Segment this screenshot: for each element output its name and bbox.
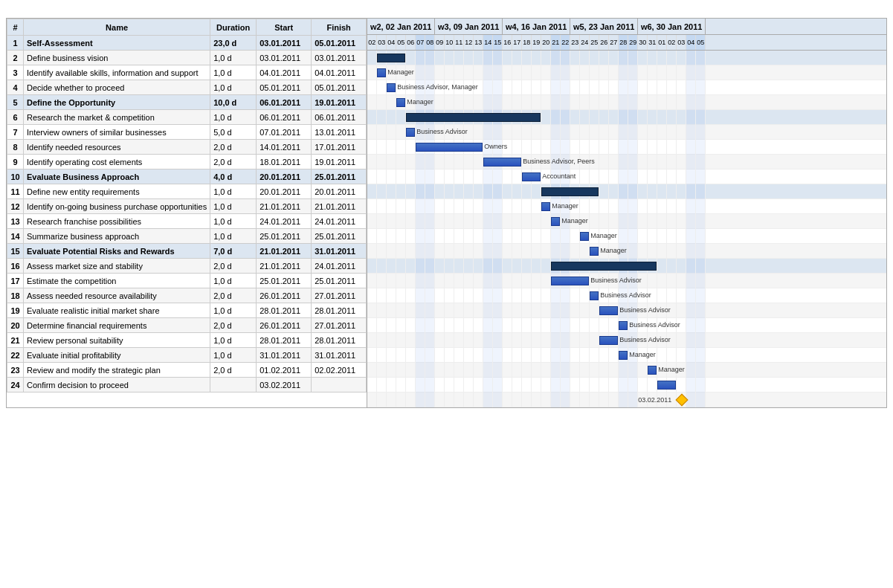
table-row: 1Self-Assessment23,0 d03.01.201105.01.20…: [7, 36, 367, 51]
main-container: # Name Duration Start Finish 1Self-Asses…: [6, 18, 887, 408]
table-row: 9Identify operating cost elements2,0 d18…: [7, 155, 367, 169]
gantt-day-label: 01: [657, 35, 667, 50]
gantt-row: [367, 333, 886, 348]
table-row: 16Assess market size and stability2,0 d2…: [7, 259, 367, 274]
gantt-weeks-row: w2, 02 Jan 2011w3, 09 Jan 2011w4, 16 Jan…: [367, 19, 886, 35]
gantt-row: [367, 184, 886, 199]
gantt-row: [367, 392, 886, 407]
gantt-day-label: 10: [445, 35, 454, 50]
gantt-week-label: w3, 09 Jan 2011: [435, 19, 503, 34]
table-row: 14Summarize business approach1,0 d25.01.…: [7, 229, 367, 244]
gantt-row: [367, 259, 886, 274]
gantt-day-label: 28: [619, 35, 628, 50]
table-row: 7Interview owners of similar businesses5…: [7, 125, 367, 140]
gantt-day-label: 18: [522, 35, 532, 50]
gantt-day-label: 19: [532, 35, 541, 50]
gantt-day-label: 07: [416, 35, 425, 50]
gantt-week-label: w5, 23 Jan 2011: [570, 19, 638, 34]
gantt-day-label: 23: [570, 35, 580, 50]
page-title: [0, 0, 893, 18]
gantt-row: [367, 274, 886, 288]
table-row: 6Research the market & competition1,0 d0…: [7, 110, 367, 125]
gantt-day-label: 17: [512, 35, 522, 50]
table-row: 17Estimate the competition1,0 d25.01.201…: [7, 274, 367, 288]
gantt-day-label: 02: [667, 35, 677, 50]
gantt-day-label: 27: [609, 35, 619, 50]
table-row: 2Define business vision1,0 d03.01.201103…: [7, 51, 367, 65]
table-row: 18Assess needed resource availability2,0…: [7, 288, 367, 303]
gantt-day-label: 09: [435, 35, 445, 50]
gantt-row: [367, 288, 886, 303]
gantt-day-label: 29: [628, 35, 638, 50]
table-row: 24Confirm decision to proceed03.02.2011: [7, 378, 367, 392]
table-row: 20Determine financial requirements2,0 d2…: [7, 318, 367, 333]
gantt-row: [367, 303, 886, 318]
gantt-day-label: 08: [425, 35, 435, 50]
gantt-day-label: 20: [541, 35, 551, 50]
gantt-day-label: 04: [387, 35, 396, 50]
gantt-day-label: 06: [406, 35, 416, 50]
left-table: # Name Duration Start Finish 1Self-Asses…: [7, 19, 367, 407]
gantt-header: w2, 02 Jan 2011w3, 09 Jan 2011w4, 16 Jan…: [367, 19, 886, 51]
table-row: 23Review and modify the strategic plan2,…: [7, 363, 367, 378]
table-row: 3Identify available skills, information …: [7, 65, 367, 80]
table-row: 10Evaluate Business Approach4,0 d20.01.2…: [7, 169, 367, 184]
gantt-row: [367, 318, 886, 333]
table-row: 21Review personal suitability1,0 d28.01.…: [7, 333, 367, 348]
gantt-day-label: 04: [686, 35, 696, 50]
gantt-week-label: w2, 02 Jan 2011: [367, 19, 435, 34]
gantt-week-label: w4, 16 Jan 2011: [503, 19, 570, 34]
gantt-day-label: 31: [648, 35, 657, 50]
col-header-start: Start: [257, 19, 312, 36]
gantt-day-label: 02: [367, 35, 377, 50]
col-header-duration: Duration: [210, 19, 257, 36]
gantt-row: [367, 140, 886, 155]
gantt-day-label: 11: [454, 35, 464, 50]
table-row: 13Research franchise possibilities1,0 d2…: [7, 214, 367, 229]
gantt-day-label: 13: [474, 35, 483, 50]
table-row: 19Evaluate realistic initial market shar…: [7, 303, 367, 318]
gantt-days-row: 0203040506070809101112131415161718192021…: [367, 35, 886, 50]
gantt-day-label: 05: [396, 35, 406, 50]
gantt-day-label: 03: [677, 35, 686, 50]
table-row: 8Identify needed resources2,0 d14.01.201…: [7, 140, 367, 155]
gantt-week-label: w6, 30 Jan 2011: [638, 19, 706, 34]
gantt-day-label: 24: [580, 35, 590, 50]
col-header-finish: Finish: [312, 19, 367, 36]
gantt-row: [367, 199, 886, 214]
gantt-day-label: 30: [638, 35, 648, 50]
gantt-row: [367, 169, 886, 184]
table-row: 11Define new entity requirements1,0 d20.…: [7, 184, 367, 199]
gantt-row: [367, 155, 886, 169]
col-header-name: Name: [24, 19, 210, 36]
gantt-day-label: 14: [483, 35, 493, 50]
gantt-day-label: 16: [503, 35, 512, 50]
table-row: 22Evaluate initial profitability1,0 d31.…: [7, 348, 367, 363]
gantt-chart: w2, 02 Jan 2011w3, 09 Jan 2011w4, 16 Jan…: [367, 19, 886, 407]
gantt-day-label: 25: [590, 35, 599, 50]
gantt-row: [367, 51, 886, 65]
table-row: 5Define the Opportunity10,0 d06.01.20111…: [7, 95, 367, 110]
gantt-day-label: 21: [551, 35, 561, 50]
table-header-row: # Name Duration Start Finish: [7, 19, 367, 36]
gantt-row: [367, 363, 886, 378]
gantt-row: [367, 378, 886, 392]
gantt-row: [367, 95, 886, 110]
gantt-row: [367, 80, 886, 95]
table-row: 4Decide whether to proceed1,0 d05.01.201…: [7, 80, 367, 95]
gantt-row: [367, 244, 886, 259]
gantt-row: [367, 229, 886, 244]
gantt-day-label: 03: [377, 35, 387, 50]
gantt-row: [367, 125, 886, 140]
table-row: 12Identify on-going business purchase op…: [7, 199, 367, 214]
gantt-day-label: 15: [493, 35, 503, 50]
gantt-row: [367, 110, 886, 125]
gantt-day-label: 26: [599, 35, 609, 50]
gantt-day-label: 22: [561, 35, 570, 50]
table-row: 15Evaluate Potential Risks and Rewards7,…: [7, 244, 367, 259]
gantt-day-label: 12: [464, 35, 474, 50]
gantt-row: [367, 214, 886, 229]
gantt-row: [367, 65, 886, 80]
gantt-body: ManagerBusiness Advisor, ManagerManagerB…: [367, 51, 886, 407]
gantt-row: [367, 348, 886, 363]
